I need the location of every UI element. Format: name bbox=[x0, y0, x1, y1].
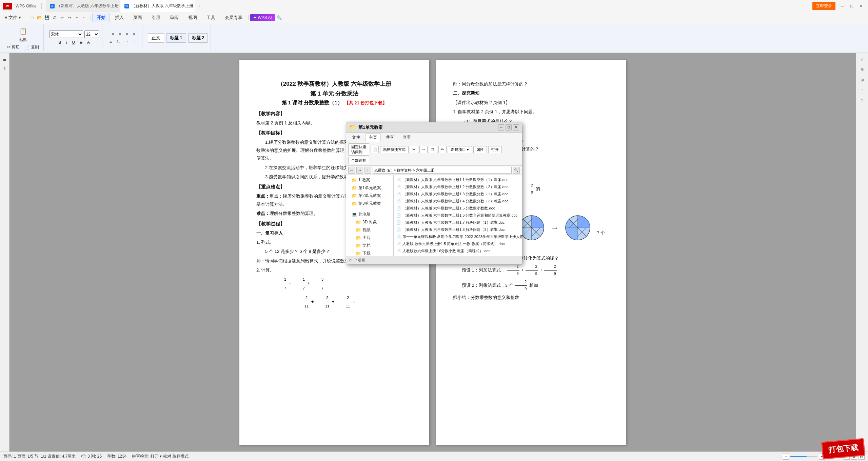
download-badge[interactable]: 【共 21 份打包下载】 bbox=[344, 100, 387, 106]
fe-tab-share[interactable]: 共享 bbox=[382, 133, 398, 142]
menu-reference[interactable]: 引用 bbox=[147, 13, 165, 22]
fe-copy-icon[interactable]: 📄 bbox=[371, 146, 379, 153]
copy-button[interactable]: 📄 复制 bbox=[23, 44, 40, 51]
menu-file[interactable]: ≡ 文件 ▾ bbox=[1, 13, 24, 22]
redo-icon[interactable]: ↪ bbox=[66, 14, 73, 21]
style-heading1[interactable]: 标题 1 bbox=[166, 33, 186, 43]
fe-close-button[interactable]: ✕ bbox=[513, 124, 519, 131]
fe-up-button[interactable]: ↑ bbox=[364, 167, 371, 174]
fe-file-4[interactable]: 📄 （新教材）人教版 六年级数学上册1.5 分数数小数数.doc bbox=[394, 205, 522, 212]
justify-button[interactable]: ≡ bbox=[131, 31, 137, 37]
right-nav-3[interactable]: ◎ bbox=[859, 76, 866, 83]
fe-open-button[interactable]: 打开 bbox=[488, 146, 502, 153]
fe-tree-item-unit1[interactable]: 📁 第1单元教案 bbox=[346, 184, 393, 192]
fe-file-1[interactable]: 📄 （新教材）人教版 六年级数学上册1.2 分数数整数（2）教案.doc bbox=[394, 183, 522, 191]
tab-1[interactable]: W （新教材）人教版 六年级数学上册 ✕ bbox=[46, 0, 120, 12]
fe-tab-home[interactable]: 主页 bbox=[365, 133, 381, 142]
fe-tree-item-unit2[interactable]: 📁 第2单元教案 bbox=[346, 192, 393, 200]
fe-cut-icon[interactable]: ✂ bbox=[410, 146, 418, 153]
sidebar-outline-icon[interactable]: ¶ bbox=[1, 64, 8, 72]
wps-ai-button[interactable]: ✦ WPS AI bbox=[250, 14, 275, 21]
zoom-slider[interactable] bbox=[790, 456, 817, 457]
right-nav-4[interactable]: ↕ bbox=[859, 86, 866, 94]
fe-select-all-button[interactable]: 全部选择 bbox=[348, 157, 369, 164]
fe-properties-button[interactable]: 属性 bbox=[473, 146, 487, 153]
download-stamp[interactable]: 打包下载 bbox=[821, 438, 865, 460]
fe-forward-button[interactable]: → bbox=[356, 167, 363, 174]
fe-search-button[interactable]: 🔍 bbox=[513, 167, 520, 174]
fe-file-0[interactable]: 📄 （新教材）人教版 六年级数学上册1.1 分数数整数（1）教案.doc bbox=[394, 176, 522, 183]
fe-tree-item-1-jiao[interactable]: 📁 1-教案 bbox=[346, 176, 393, 184]
fe-file-3[interactable]: 📄 （新教材）人教版 六年级数学上册1.4 分数数分数（2）教案.doc bbox=[394, 198, 522, 205]
menu-insert[interactable]: 插入 bbox=[111, 13, 128, 22]
underline-button[interactable]: U bbox=[70, 39, 77, 45]
menu-page[interactable]: 页面 bbox=[129, 13, 146, 22]
paste-button[interactable]: 📋 粘贴 bbox=[16, 25, 31, 43]
strikethrough-button[interactable]: S bbox=[78, 39, 84, 45]
open-icon[interactable]: 📂 bbox=[36, 14, 43, 21]
numbering-button[interactable]: 1. bbox=[115, 39, 122, 45]
add-tab-button[interactable]: + bbox=[195, 3, 205, 9]
menu-view[interactable]: 视图 bbox=[184, 13, 201, 22]
font-size-select[interactable]: 12 bbox=[84, 31, 99, 38]
align-left-button[interactable]: ≡ bbox=[110, 31, 116, 37]
fe-file-7[interactable]: 📄 （新教材）人教版 六年级数学上册1.8 解决问题（2）教案.doc bbox=[394, 226, 522, 233]
indent-button[interactable]: → bbox=[123, 39, 131, 45]
tab-2[interactable]: W （新教材）人教版 六年级数学上册... ✕ bbox=[120, 0, 195, 12]
font-family-select[interactable]: 宋体 bbox=[49, 31, 83, 38]
bullet-button[interactable]: ≡ bbox=[108, 39, 114, 45]
fe-minimize-button[interactable]: ─ bbox=[498, 124, 504, 131]
fe-tab-file[interactable]: 文件 bbox=[348, 133, 364, 142]
fe-rename-icon[interactable]: ✏ bbox=[438, 146, 447, 153]
fe-file-9[interactable]: 📄 人教版 数学六年级上册1.5 简单乘法 一教 教案（简练式）.doc bbox=[394, 240, 522, 247]
zoom-out-button[interactable]: − bbox=[783, 454, 789, 460]
bold-button[interactable]: B bbox=[57, 39, 63, 45]
fe-tree-item-download[interactable]: 📁 下载 bbox=[346, 249, 393, 256]
fe-address-input[interactable] bbox=[373, 167, 512, 174]
fe-tree-item-pc[interactable]: 💻 此电脑 bbox=[346, 211, 393, 218]
align-right-button[interactable]: ≡ bbox=[124, 31, 130, 37]
format-icon[interactable]: ✂ bbox=[74, 14, 80, 21]
copy-format-icon[interactable]: ↔ bbox=[81, 14, 88, 21]
fe-tree-item-3d[interactable]: 📁 3D 对象 bbox=[346, 218, 393, 226]
menu-start[interactable]: 开始 bbox=[92, 13, 110, 22]
menu-review[interactable]: 审阅 bbox=[165, 13, 183, 22]
fe-maximize-button[interactable]: □ bbox=[506, 124, 512, 131]
fe-file-5[interactable]: 📄 （新教材）人教版 六年级数学上册1.6 分数合运算和简便运算教案.doc bbox=[394, 212, 522, 219]
style-heading2[interactable]: 标题 2 bbox=[188, 33, 208, 43]
undo-icon[interactable]: ↩ bbox=[59, 14, 65, 21]
close-button[interactable]: ✕ bbox=[857, 3, 865, 9]
maximize-button[interactable]: □ bbox=[848, 3, 856, 9]
fe-tab-view[interactable]: 查看 bbox=[399, 133, 415, 142]
fe-tree-item-pic[interactable]: 📁 图片 bbox=[346, 234, 393, 242]
style-normal[interactable]: 正文 bbox=[148, 33, 164, 43]
menu-tools[interactable]: 工具 bbox=[202, 13, 220, 22]
fe-pin-button[interactable]: 固定快速访问到 bbox=[348, 143, 369, 156]
sidebar-nav-icon[interactable]: ☰ bbox=[1, 56, 8, 63]
minimize-button[interactable]: ─ bbox=[838, 3, 846, 9]
new-icon[interactable]: □ bbox=[29, 14, 36, 21]
color-button[interactable]: A bbox=[85, 39, 92, 45]
fe-paste-shortcut[interactable]: 粘贴快捷方式 bbox=[380, 146, 409, 153]
fe-back-button[interactable]: ← bbox=[348, 167, 355, 174]
fe-new-item-button[interactable]: 新建项目 ▾ bbox=[448, 146, 472, 153]
right-nav-5[interactable]: ⊙ bbox=[859, 96, 866, 104]
fe-file-10[interactable]: 📄 人教版数六年级上册1.6分数小数 教案（简练式）.doc bbox=[394, 247, 522, 255]
fe-move-icon[interactable]: → bbox=[419, 146, 428, 153]
fe-tree-item-doc[interactable]: 📁 文档 bbox=[346, 242, 393, 249]
save-icon[interactable]: 💾 bbox=[44, 14, 51, 21]
menu-member[interactable]: 会员专享 bbox=[220, 13, 247, 22]
outdent-button[interactable]: ← bbox=[132, 39, 139, 45]
search-icon[interactable]: 🔍 bbox=[276, 14, 283, 21]
print-icon[interactable]: 🖨 bbox=[51, 14, 58, 21]
right-nav-2[interactable]: ⊞ bbox=[859, 66, 866, 73]
fe-file-6[interactable]: 📄 （新教材）人教版 六年级数学上册1.7 解决问题（1）教案.doc bbox=[394, 219, 522, 226]
cut-button[interactable]: ✂ 剪切 bbox=[5, 44, 21, 51]
login-button[interactable]: 立即登录 bbox=[812, 2, 835, 10]
fe-delete-icon[interactable]: 🗑 bbox=[429, 146, 437, 153]
fe-tree-item-video[interactable]: 📁 视频 bbox=[346, 226, 393, 234]
italic-button[interactable]: I bbox=[64, 39, 69, 45]
right-nav-1[interactable]: ☆ bbox=[859, 56, 866, 63]
fe-file-2[interactable]: 📄 （新教材）人教版 六年级数学上册1.3 分数数分数（1）教案.doc bbox=[394, 191, 522, 198]
fe-file-8[interactable]: 📄 第一一单元课程检验 暑期 9 学习数学 2022-2023学年六年级数学上册… bbox=[394, 233, 522, 240]
